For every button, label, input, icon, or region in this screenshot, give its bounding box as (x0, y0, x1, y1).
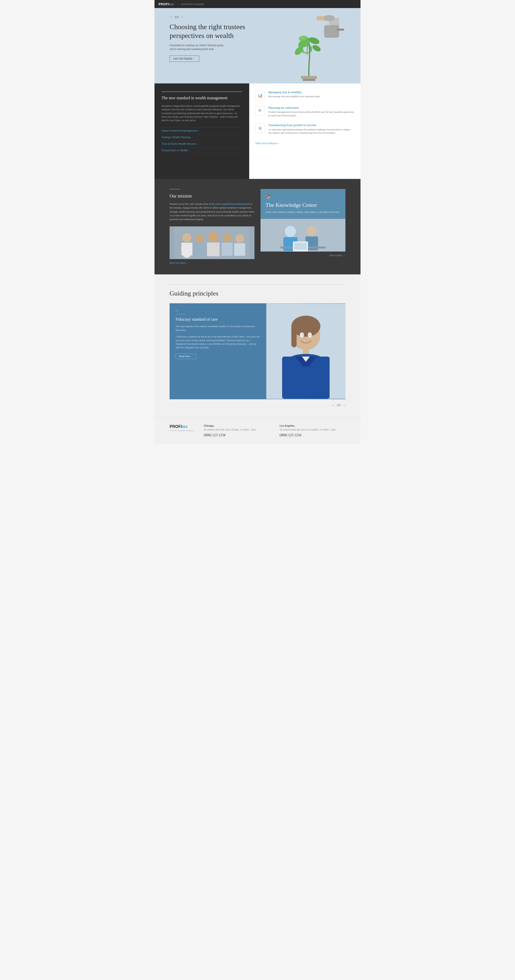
footer-la-phone: (800) 123 1234 (280, 433, 345, 437)
navbar: PROFItex | investment company (154, 0, 361, 8)
guiding-card-intro: The vast majority of the nation's invest… (176, 325, 260, 332)
svg-rect-18 (181, 243, 192, 255)
link-trust-family[interactable]: Trust & Family Wealth Services → (162, 141, 242, 147)
feature-retirement-body: Prudent management of your financial lif… (268, 111, 354, 117)
svg-point-25 (235, 234, 244, 243)
svg-point-41 (308, 332, 312, 338)
mission-left: Our mission Partners at our firm, who in… (170, 189, 254, 264)
feature-transition-body: As retirement approaches perhaps the gre… (268, 128, 354, 135)
guiding-card-divider (176, 314, 186, 314)
knowledge-illustration (261, 219, 345, 251)
link-global-investment[interactable]: Global Investment Management → (162, 127, 242, 134)
feature-item-transition: ⊞ Transitioning from growth to income As… (255, 123, 354, 135)
guiding-card-number: 01. (176, 309, 260, 312)
knowledge-title: The Knowledge Center (265, 202, 340, 208)
logo-main-text: PROFI (159, 2, 169, 6)
guiding-navigation: ← 1/3 → (170, 403, 345, 407)
svg-rect-24 (222, 243, 233, 256)
footer-chicago-address: 28 Jackson Blvd Ste 1020 Chicago, IL 606… (204, 428, 270, 432)
hero-image: $ (258, 8, 361, 83)
features-section: The new standard in wealth management We… (154, 83, 361, 179)
feature-item-retirement: 👁 Planning for retirement Prudent manage… (255, 106, 354, 117)
features-links-list: Global Investment Management → Strategic… (162, 127, 242, 154)
hero-subtitle: Committed to meeting our clients' financ… (170, 43, 225, 51)
guiding-card: 01. Fiduciary standard of care The vast … (170, 303, 266, 399)
meet-team-link[interactable]: Meet our team → (170, 262, 254, 264)
footer-logo-text: PROFItex (170, 425, 194, 429)
svg-point-40 (300, 332, 304, 338)
footer-chicago-phone: (800) 123 1234 (204, 433, 270, 437)
hero-title: Choosing the right trustees perspectives… (170, 22, 266, 40)
svg-point-3 (324, 15, 335, 21)
features-left-panel: The new standard in wealth management We… (154, 83, 249, 179)
team-image (170, 226, 254, 259)
hero-section: ← 1/3 → Choosing the right trustees pers… (154, 8, 361, 83)
features-left-body: We deliver independent advice and though… (162, 104, 242, 123)
features-left-title: The new standard in wealth management (162, 91, 242, 101)
guiding-section: Guiding principles 01. Fiduciary standar… (154, 274, 361, 417)
hero-next-arrow[interactable]: → (180, 15, 183, 19)
view-more-features-link[interactable]: View more features » (255, 142, 354, 145)
mission-divider (170, 189, 180, 189)
logo-accent-text: tex (169, 2, 174, 6)
svg-rect-26 (234, 243, 245, 256)
guiding-title: Guiding principles (170, 290, 345, 297)
hero-navigation: ← 1/3 → (170, 15, 266, 19)
footer-logo-accent: tex (182, 425, 188, 429)
link-strategic-wealth[interactable]: Strategic Wealth Planning → (162, 134, 242, 141)
svg-point-23 (223, 233, 232, 242)
footer-chicago-city: Chicago, (204, 425, 270, 427)
link-perspectives[interactable]: Perspectives on Wealth → (162, 147, 242, 154)
hero-nav-indicator: 1/3 (175, 16, 178, 19)
read-more-button[interactable]: Read more → (176, 353, 196, 359)
svg-point-11 (311, 44, 321, 52)
svg-rect-39 (291, 326, 297, 347)
footer-content: PROFItex © 2015 | All rights reserved Ch… (170, 425, 345, 437)
svg-rect-4 (324, 25, 339, 38)
mission-section: Our mission Partners at our firm, who in… (154, 179, 361, 274)
svg-point-21 (208, 232, 218, 242)
woman-illustration (266, 303, 345, 399)
svg-point-16 (183, 233, 191, 242)
plant-illustration: $ (274, 11, 344, 81)
footer: PROFItex © 2015 | All rights reserved Ch… (154, 417, 361, 444)
footer-la-city: Los Angeles, (280, 425, 345, 427)
feature-item-risk: 📊 Managing risk & volatility We manage r… (255, 91, 354, 100)
hero-content: ← 1/3 → Choosing the right trustees pers… (170, 15, 266, 62)
feature-retirement-text: Planning for retirement Prudent manageme… (268, 106, 354, 117)
navbar-subtitle: investment company (181, 3, 204, 6)
knowledge-icon: 📚 (265, 194, 340, 199)
guiding-next-arrow[interactable]: → (342, 403, 345, 407)
retirement-icon-box: 👁 (255, 106, 265, 116)
footer-chicago: Chicago, 28 Jackson Blvd Ste 1020 Chicag… (204, 425, 270, 437)
transition-icon: ⊞ (259, 126, 262, 130)
features-right-panel: 📊 Managing risk & volatility We manage r… (249, 83, 361, 179)
knowledge-card: 📚 The Knowledge Center Know more, thanks… (261, 189, 345, 219)
risk-icon: 📊 (258, 93, 262, 98)
knowledge-image (261, 219, 345, 251)
guiding-card-quote: A fiduciary is required by law to act in… (176, 335, 260, 350)
guiding-card-title: Fiduciary standard of care (176, 317, 260, 321)
svg-rect-20 (194, 243, 205, 256)
svg-point-28 (285, 226, 296, 237)
footer-copyright: © 2015 | All rights reserved (170, 430, 194, 432)
mission-body: Partners at our firm, who include some o… (170, 202, 254, 221)
hero-cta-button[interactable]: Let's Get Started → (170, 56, 199, 62)
footer-la-address: 28 Jackson Blvd Ste 1020 Los Angeles, IL… (280, 428, 345, 432)
hero-prev-arrow[interactable]: ← (170, 15, 173, 19)
feature-transition-title: Transitioning from growth to income (268, 123, 354, 127)
view-center-link[interactable]: View center → (261, 254, 345, 257)
retirement-icon: 👁 (258, 108, 262, 113)
risk-icon-box: 📊 (255, 91, 265, 100)
guiding-nav-indicator: 1/3 (337, 404, 340, 407)
feature-risk-title: Managing risk & volatility (268, 91, 321, 94)
feature-risk-text: Managing risk & volatility We manage ris… (268, 91, 321, 99)
svg-rect-14 (301, 76, 317, 79)
feature-transition-text: Transitioning from growth to income As r… (268, 123, 354, 135)
footer-logo: PROFItex © 2015 | All rights reserved (170, 425, 194, 432)
team-illustration (170, 226, 254, 259)
mission-title: Our mission (170, 194, 254, 199)
hero-plant: $ (258, 8, 361, 83)
guiding-prev-arrow[interactable]: ← (332, 403, 335, 407)
svg-rect-22 (207, 242, 219, 256)
